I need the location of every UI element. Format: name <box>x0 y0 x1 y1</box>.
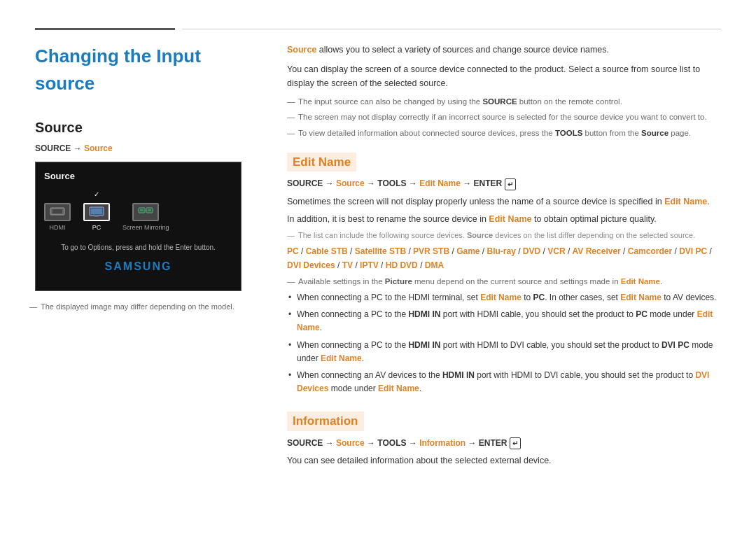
page-title: Changing the Input source <box>35 43 259 97</box>
hdmi-icon-shape <box>44 203 71 221</box>
source-box: Source HDMI ✓ <box>35 162 241 291</box>
mirror-icon-label: Screen Mirroring <box>122 223 169 233</box>
intro-bold-source: Source <box>287 45 316 55</box>
source-icons-row: HDMI ✓ PC <box>44 189 232 233</box>
svg-rect-7 <box>140 209 144 211</box>
note-line-3: To view detailed information about conne… <box>287 127 721 139</box>
pc-icon-svg <box>89 206 104 218</box>
svg-rect-4 <box>94 216 99 217</box>
bullet-2: When connecting a PC to the HDMI IN port… <box>287 308 721 335</box>
bullet-1: When connecting a PC to the HDMI termina… <box>287 291 721 304</box>
samsung-text: SAMSUNG <box>105 258 172 275</box>
hdmi-icon-label: HDMI <box>50 223 66 233</box>
device-list: PC / Cable STB / Satellite STB / PVR STB… <box>287 244 721 273</box>
source-hint: To go to Options, press and hold the Ent… <box>44 242 232 253</box>
note-line-1: The input source can also be changed by … <box>287 96 721 108</box>
source-path-static: SOURCE → <box>35 143 84 153</box>
edit-name-body1: Sometimes the screen will not display pr… <box>287 195 721 209</box>
samsung-logo: SAMSUNG <box>44 258 232 275</box>
source-icon-hdmi[interactable]: HDMI <box>44 203 71 233</box>
left-column: Changing the Input source Source SOURCE … <box>35 43 259 506</box>
svg-rect-1 <box>52 209 62 213</box>
edit-name-note1: The list can include the following sourc… <box>287 230 721 241</box>
right-column: Source allows you to select a variety of… <box>287 43 721 506</box>
edit-name-note2: Available settings in the Picture menu d… <box>287 276 721 288</box>
information-title: Information <box>287 412 364 431</box>
source-box-title: Source <box>44 169 232 183</box>
source-icon-pc[interactable]: ✓ PC <box>83 189 110 233</box>
source-path: SOURCE → Source <box>35 142 259 155</box>
image-note: The displayed image may differ depending… <box>35 301 259 313</box>
hdmi-icon-svg <box>50 207 65 217</box>
intro-text-1: Source allows you to select a variety of… <box>287 43 721 57</box>
top-rule-light <box>182 29 721 29</box>
note-line-2: The screen may not display correctly if … <box>287 111 721 123</box>
top-rule <box>35 28 721 30</box>
enter-icon-2: ↵ <box>510 437 521 449</box>
bullet-3: When connecting a PC to the HDMI IN port… <box>287 339 721 365</box>
source-path-link: Source <box>84 143 113 153</box>
page-container: Changing the Input source Source SOURCE … <box>0 0 756 534</box>
enter-icon: ↵ <box>505 178 516 190</box>
mirror-icon-svg <box>138 206 153 218</box>
intro-text-2: You can display the screen of a source d… <box>287 62 721 90</box>
section-title-source: Source <box>35 117 259 138</box>
top-rule-dark <box>35 28 175 30</box>
pc-icon-label: PC <box>92 223 102 233</box>
information-body: You can see detailed information about t… <box>287 454 721 468</box>
edit-name-title: Edit Name <box>287 153 356 172</box>
intro-text-after: allows you to select a variety of source… <box>316 45 609 55</box>
edit-name-command: SOURCE → Source → TOOLS → Edit Name → EN… <box>287 177 721 190</box>
mirror-icon-shape <box>132 203 159 221</box>
content-columns: Changing the Input source Source SOURCE … <box>35 43 721 506</box>
svg-rect-8 <box>148 209 151 211</box>
source-icon-mirroring[interactable]: Screen Mirroring <box>122 203 169 233</box>
svg-rect-3 <box>91 209 102 214</box>
edit-name-body2: In addition, it is best to rename the so… <box>287 212 721 226</box>
bullet-4: When connecting an AV devices to the HDM… <box>287 369 721 395</box>
pc-icon-shape <box>83 203 110 221</box>
information-command: SOURCE → Source → TOOLS → Information → … <box>287 437 721 449</box>
